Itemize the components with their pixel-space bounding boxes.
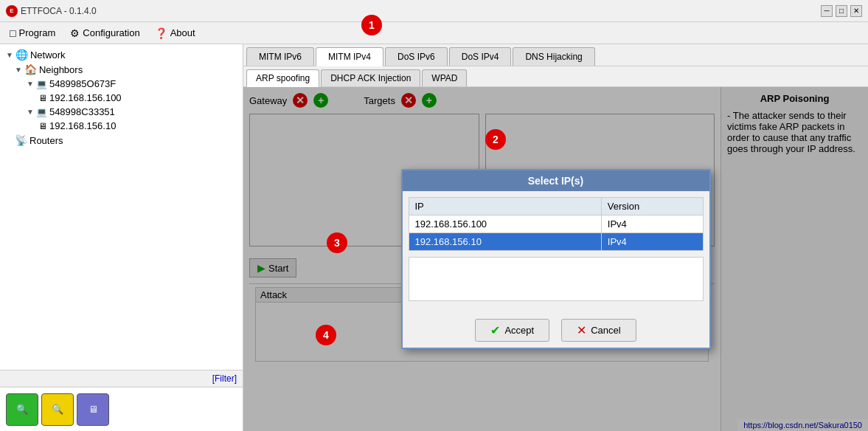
modal-col-ip: IP xyxy=(409,198,601,216)
right-panel: MITM IPv6 MITM IPv4 DoS IPv6 DoS IPv4 DN… xyxy=(243,44,868,431)
menu-bar: □ Program ⚙ Configuration ❓ About xyxy=(0,22,868,44)
minimize-button[interactable]: ─ xyxy=(821,5,833,17)
modal-overlay: Select IP(s) IP Version 19 xyxy=(243,87,868,431)
sidebar-item-ip1[interactable]: 🖥 192.168.156.100 xyxy=(3,91,240,105)
close-button[interactable]: ✕ xyxy=(850,5,862,17)
search-icon-2: 🔍 xyxy=(52,404,63,415)
content-area: Gateway ✕ + Targets ✕ + ▶ Start xyxy=(243,87,868,431)
screen-icon: 🖥 xyxy=(88,404,98,415)
sidebar-item-host1[interactable]: ▼ 💻 5489985O673F xyxy=(3,77,240,91)
host1-icon: 💻 xyxy=(36,79,47,89)
sidebar-item-neighbors[interactable]: ▼ 🏠 Neighbors xyxy=(3,62,240,77)
subtab-arp-spoofing[interactable]: ARP spoofing xyxy=(246,69,319,87)
ip2-icon: 🖥 xyxy=(38,121,47,131)
host1-expand-icon: ▼ xyxy=(27,80,34,88)
title-bar: E ETTFOCA - 0.1.4.0 ─ □ ✕ xyxy=(0,0,868,22)
modal-empty-area xyxy=(409,257,704,301)
app-logo: E xyxy=(6,5,18,17)
accept-icon: ✔ xyxy=(490,323,500,337)
menu-configuration[interactable]: ⚙ Configuration xyxy=(63,24,146,42)
tab-mitm-ipv6[interactable]: MITM IPv6 xyxy=(246,47,314,66)
restore-button[interactable]: □ xyxy=(836,5,847,17)
tab-dns-hijacking[interactable]: DNS Hijacking xyxy=(513,47,594,66)
modal-col-version: Version xyxy=(601,198,703,216)
modal-row-1[interactable]: 192.168.156.10 IPv4 xyxy=(409,233,703,251)
modal-ip-table: IP Version 192.168.156.100 IPv4 xyxy=(409,197,704,251)
menu-program[interactable]: □ Program xyxy=(3,24,62,42)
program-icon: □ xyxy=(10,27,15,39)
cancel-icon: ✕ xyxy=(577,323,586,337)
sub-tabs: ARP spoofing DHCP ACK Injection WPAD xyxy=(243,66,868,87)
configuration-icon: ⚙ xyxy=(70,27,80,39)
app-title: ETTFOCA - 0.1.4.0 xyxy=(21,6,97,16)
accept-button[interactable]: ✔ Accept xyxy=(475,319,549,342)
sidebar-item-ip2[interactable]: 🖥 192.168.156.10 xyxy=(3,119,240,133)
menu-about[interactable]: ❓ About xyxy=(148,24,202,42)
modal-body: IP Version 192.168.156.100 IPv4 xyxy=(403,191,709,313)
search-button-1[interactable]: 🔍 xyxy=(6,393,38,426)
sidebar-filter-bar: [Filter] xyxy=(0,370,243,387)
tab-dos-ipv4[interactable]: DoS IPv4 xyxy=(449,47,512,66)
sidebar-item-host2[interactable]: ▼ 💻 548998C33351 xyxy=(3,105,240,119)
routers-icon: 📡 xyxy=(15,134,27,146)
filter-button[interactable]: [Filter] xyxy=(212,373,237,384)
ip1-icon: 🖥 xyxy=(38,93,47,103)
subtab-wpad[interactable]: WPAD xyxy=(422,69,467,86)
modal-title: Select IP(s) xyxy=(403,170,709,191)
main-tabs: MITM IPv6 MITM IPv4 DoS IPv6 DoS IPv4 DN… xyxy=(243,44,868,66)
neighbors-icon: 🏠 xyxy=(24,63,37,75)
sidebar-item-network[interactable]: ▼ 🌐 Network xyxy=(3,47,240,62)
tab-dos-ipv6[interactable]: DoS IPv6 xyxy=(385,47,448,66)
host2-expand-icon: ▼ xyxy=(27,108,34,116)
tab-mitm-ipv4[interactable]: MITM IPv4 xyxy=(316,47,383,66)
about-icon: ❓ xyxy=(155,27,167,39)
host2-icon: 💻 xyxy=(36,107,47,117)
modal-version-0: IPv4 xyxy=(601,216,703,233)
cancel-button[interactable]: ✕ Cancel xyxy=(561,319,636,342)
select-ips-modal: Select IP(s) IP Version 19 xyxy=(401,169,711,349)
neighbors-expand-icon: ▼ xyxy=(15,66,22,74)
modal-version-1: IPv4 xyxy=(601,233,703,251)
search-button-2[interactable]: 🔍 xyxy=(41,393,74,426)
modal-ip-1: 192.168.156.10 xyxy=(409,233,601,251)
sidebar-toolbar: 🔍 🔍 🖥 xyxy=(0,387,243,431)
screen-button[interactable]: 🖥 xyxy=(77,393,109,426)
search-icon-1: 🔍 xyxy=(16,404,28,415)
modal-ip-0: 192.168.156.100 xyxy=(409,216,601,233)
subtab-dhcp-ack[interactable]: DHCP ACK Injection xyxy=(321,69,420,86)
modal-footer: ✔ Accept ✕ Cancel xyxy=(403,313,709,348)
sidebar-item-routers[interactable]: 📡 Routers xyxy=(3,133,240,148)
network-expand-icon: ▼ xyxy=(6,51,13,59)
modal-row-0[interactable]: 192.168.156.100 IPv4 xyxy=(409,216,703,233)
network-icon: 🌐 xyxy=(15,49,28,61)
